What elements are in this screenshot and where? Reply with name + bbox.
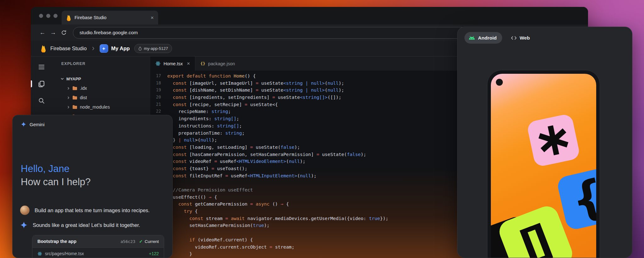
files-icon[interactable] [37, 80, 46, 88]
editor-tab-label: package.json [208, 61, 235, 66]
react-icon [37, 251, 42, 256]
folder-icon [72, 95, 77, 100]
editor-tab-label: Home.tsx [164, 61, 183, 66]
back-icon[interactable]: ← [37, 29, 48, 36]
forward-icon[interactable]: → [48, 29, 58, 36]
chat-message-user: Build an app that lets me turn images in… [20, 206, 150, 215]
tab-close-icon[interactable]: × [187, 61, 190, 66]
breadcrumb-chevron-icon [92, 46, 95, 51]
gemini-sparkle-icon [21, 121, 26, 127]
root-folder-label: MYAPP [66, 77, 81, 81]
camera-punch-hole [496, 79, 503, 86]
blue-square-shape: { [556, 166, 596, 231]
firebase-logo-icon [40, 45, 47, 52]
asterisk-glyph [535, 121, 573, 159]
platform-toggle-group: Android Web [458, 27, 632, 44]
line-number: 18 [150, 80, 161, 87]
search-icon[interactable] [37, 97, 46, 105]
folder-label: node_modules [80, 105, 110, 110]
user-message-text: Build an app that lets me turn images in… [35, 207, 150, 213]
assistant-message-text: Sounds like a great idea! Let's build it… [33, 222, 140, 228]
window-maximize-button[interactable] [53, 14, 58, 18]
line-number: 22 [150, 108, 161, 115]
explorer-item-node-modules[interactable]: node_modules [52, 102, 150, 112]
changed-file-path: src/pages/Home.tsx [45, 251, 146, 256]
task-card-header[interactable]: Bootstrap the app a56c23 ✓ Current [32, 235, 164, 248]
toggle-web[interactable]: Web [511, 35, 530, 41]
phone-screen: { [] [491, 74, 596, 258]
folder-icon [72, 105, 77, 109]
chevron-right-icon [67, 96, 70, 99]
url-text: studio.firebase.google.com [80, 30, 138, 35]
firebase-flame-icon [66, 14, 71, 21]
reload-icon[interactable] [58, 30, 69, 35]
file-tree: MYAPP .idxdistnode_modulessrc [52, 74, 150, 121]
editor-tab-home-tsx[interactable]: Home.tsx × [150, 56, 195, 71]
task-title: Bootstrap the app [37, 239, 120, 244]
pink-square-shape [526, 113, 580, 167]
explorer-title: EXPLORER [52, 62, 150, 66]
react-icon [155, 61, 161, 66]
device-preview-panel: Android Web { [] [457, 27, 632, 258]
tab-close-icon[interactable]: × [151, 15, 154, 20]
line-number: 21 [150, 101, 161, 108]
bracket-glyph: [] [515, 218, 557, 258]
line-number: 19 [150, 87, 161, 94]
chevron-down-icon [61, 77, 64, 80]
line-number: 17 [150, 73, 161, 80]
chevron-right-icon [67, 106, 70, 109]
gemini-greeting: Hello, Jane How can I help? [21, 162, 91, 189]
app-id-badge[interactable]: my-app-5127 [134, 44, 172, 53]
gemini-title: Gemini [30, 122, 45, 127]
android-icon [469, 36, 475, 40]
folder-icon [72, 86, 77, 90]
editor-tab-package-json[interactable]: {} package.json [195, 56, 240, 71]
braces-icon: {} [200, 61, 205, 66]
gemini-sparkle-icon [20, 221, 28, 229]
greeting-question: How can I help? [21, 175, 91, 189]
diff-added-count: +122 [149, 251, 159, 256]
gemini-header: Gemini [13, 115, 172, 127]
gemini-panel: Gemini Hello, Jane How can I help? Build… [12, 115, 173, 258]
window-minimize-button[interactable] [46, 14, 50, 18]
chat-message-assistant: Sounds like a great idea! Let's build it… [20, 221, 140, 229]
commit-hash: a56c23 [120, 239, 135, 244]
folder-label: .idx [80, 86, 87, 91]
browser-tab-strip: Firebase Studio × [31, 7, 588, 24]
breadcrumb-product[interactable]: Firebase Studio [50, 46, 87, 51]
check-icon: ✓ [139, 239, 143, 244]
window-controls [39, 7, 58, 24]
toggle-android-label: Android [478, 35, 497, 41]
toggle-android[interactable]: Android [464, 32, 502, 44]
user-avatar [20, 206, 30, 215]
folder-label: dist [80, 95, 87, 100]
explorer-item-dist[interactable]: dist [52, 93, 150, 102]
browser-tab-title: Firebase Studio [75, 15, 147, 20]
app-id-text: my-app-5127 [144, 46, 168, 51]
toggle-web-label: Web [519, 35, 530, 41]
phone-mockup: { [] [487, 70, 600, 258]
menu-icon[interactable] [37, 63, 46, 71]
line-number: 20 [150, 94, 161, 101]
chevron-right-icon [67, 87, 70, 90]
status-badge: Current [145, 239, 159, 244]
changed-file-row[interactable]: src/pages/Home.tsx +122 [32, 248, 164, 258]
explorer-root-folder[interactable]: MYAPP [52, 74, 150, 83]
greeting-name: Hello, Jane [21, 162, 91, 175]
browser-tab[interactable]: Firebase Studio × [62, 11, 158, 24]
task-card: Bootstrap the app a56c23 ✓ Current src/p… [32, 235, 164, 258]
curly-brace-glyph: { [567, 172, 596, 225]
code-icon [511, 36, 517, 40]
droplet-icon [138, 46, 142, 51]
explorer-item-idx[interactable]: .idx [52, 83, 150, 93]
window-close-button[interactable] [39, 14, 43, 18]
breadcrumb-app-name[interactable]: My App [111, 46, 130, 51]
app-prototype-icon [100, 44, 108, 53]
